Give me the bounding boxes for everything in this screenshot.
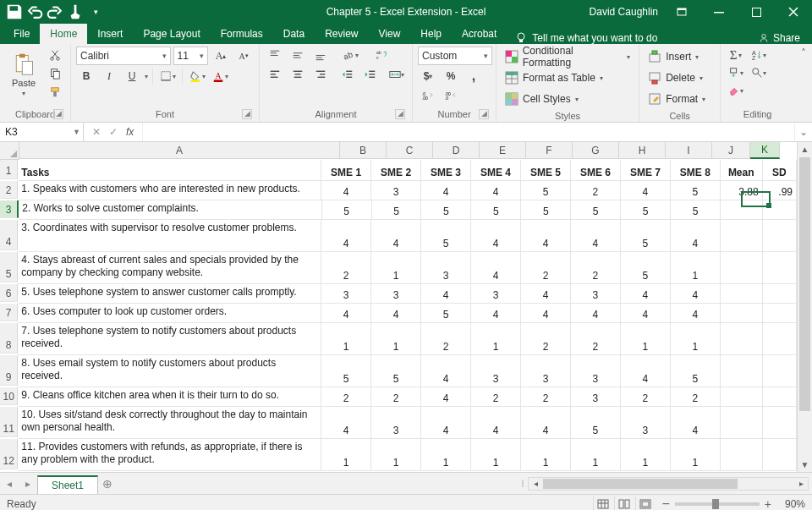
- normal-view-icon[interactable]: [593, 496, 612, 510]
- row-header[interactable]: 11: [0, 407, 18, 437]
- cell[interactable]: 4: [671, 304, 721, 323]
- close-icon[interactable]: [775, 0, 812, 24]
- cell[interactable]: [763, 200, 797, 220]
- column-header[interactable]: G: [573, 142, 619, 159]
- cut-icon[interactable]: [45, 47, 65, 63]
- align-right-icon[interactable]: [310, 66, 331, 83]
- column-header[interactable]: F: [526, 142, 573, 159]
- cell[interactable]: 2: [571, 252, 621, 284]
- align-bottom-icon[interactable]: [310, 47, 331, 63]
- redo-icon[interactable]: [46, 3, 64, 21]
- row-header[interactable]: 9: [0, 355, 18, 386]
- collapse-ribbon-icon[interactable]: ˄: [794, 44, 812, 122]
- column-header[interactable]: A: [19, 142, 340, 159]
- tab-formulas[interactable]: Formulas: [211, 24, 273, 44]
- cell[interactable]: 5: [372, 200, 422, 220]
- cell[interactable]: 1: [571, 439, 621, 471]
- cell[interactable]: 4: [521, 407, 571, 439]
- cell[interactable]: 2: [521, 252, 571, 284]
- cell[interactable]: 4: [671, 284, 721, 304]
- merge-center-icon[interactable]: ▾: [387, 66, 407, 83]
- sort-filter-icon[interactable]: AZ▾: [749, 47, 769, 63]
- maximize-icon[interactable]: [738, 0, 775, 24]
- cell[interactable]: 5: [671, 200, 721, 220]
- cell[interactable]: 2: [321, 387, 371, 407]
- sheet-tab[interactable]: Sheet1: [37, 475, 98, 494]
- tab-help[interactable]: Help: [410, 24, 452, 44]
- cell[interactable]: [763, 220, 797, 252]
- fill-color-icon[interactable]: ▾: [187, 68, 207, 85]
- decrease-indent-icon[interactable]: [337, 66, 358, 83]
- cell[interactable]: 10. Uses sit/stand desk correctly throug…: [18, 407, 321, 439]
- cell[interactable]: [721, 200, 763, 220]
- cell[interactable]: 1: [471, 439, 521, 471]
- cell[interactable]: SME 5: [521, 160, 571, 181]
- cell[interactable]: SD: [763, 160, 797, 181]
- cell[interactable]: 4: [521, 220, 571, 252]
- cell[interactable]: 4: [371, 220, 421, 252]
- format-as-table-button[interactable]: Format as Table▾: [502, 68, 634, 88]
- cell[interactable]: 2. Works to solve customer complaints.: [19, 200, 321, 220]
- cell[interactable]: 2: [321, 252, 371, 284]
- cell[interactable]: 1: [371, 323, 421, 355]
- cell[interactable]: 3. Coordinates with supervisor to resolv…: [18, 220, 321, 252]
- cell[interactable]: 2: [521, 387, 571, 407]
- cell[interactable]: 1. Speaks with customers who are interes…: [18, 181, 321, 200]
- cell[interactable]: 3: [471, 355, 521, 387]
- cell[interactable]: 2: [471, 387, 521, 407]
- cell[interactable]: 3.88: [721, 181, 763, 200]
- cell[interactable]: 1: [371, 252, 421, 284]
- cell[interactable]: 4: [671, 407, 721, 439]
- align-middle-icon[interactable]: [288, 47, 308, 63]
- tab-nav-next-icon[interactable]: ▸: [19, 478, 37, 490]
- decrease-decimal-icon[interactable]: .00.0: [441, 87, 461, 104]
- cell[interactable]: 7. Uses telephone system to notify custo…: [18, 323, 321, 355]
- cell-styles-button[interactable]: Cell Styles▾: [502, 89, 634, 109]
- cell[interactable]: [763, 284, 797, 304]
- borders-icon[interactable]: ▾: [157, 68, 178, 85]
- cell[interactable]: 2: [521, 323, 571, 355]
- vertical-scrollbar[interactable]: ▲ ▼: [797, 142, 812, 472]
- zoom-level[interactable]: 90%: [776, 498, 805, 510]
- cell[interactable]: 3: [571, 387, 621, 407]
- cell[interactable]: .99: [763, 181, 797, 200]
- row-header[interactable]: 12: [0, 439, 18, 469]
- dialog-launcher-icon[interactable]: ◢: [242, 109, 252, 119]
- qat-customize-icon[interactable]: ▾: [86, 3, 105, 21]
- dialog-launcher-icon[interactable]: ◢: [479, 109, 489, 119]
- cell[interactable]: 5: [471, 200, 521, 220]
- cell[interactable]: 5: [421, 304, 471, 323]
- cell[interactable]: [763, 387, 797, 407]
- cell[interactable]: 2: [571, 323, 621, 355]
- cell[interactable]: 5: [571, 407, 621, 439]
- hscroll-thumb[interactable]: [543, 479, 738, 489]
- column-header[interactable]: H: [619, 142, 666, 159]
- cell[interactable]: 1: [321, 439, 371, 471]
- autosum-icon[interactable]: Σ▾: [726, 47, 746, 63]
- row-header[interactable]: 8: [0, 323, 18, 354]
- cell[interactable]: SME 1: [321, 160, 371, 181]
- tab-view[interactable]: View: [369, 24, 411, 44]
- cell[interactable]: 5: [521, 200, 571, 220]
- delete-cells-button[interactable]: Delete▾: [645, 68, 715, 88]
- save-icon[interactable]: [5, 3, 24, 21]
- align-left-icon[interactable]: [265, 66, 285, 83]
- number-format-combo[interactable]: Custom▾: [418, 47, 492, 65]
- cell[interactable]: 4: [421, 181, 471, 200]
- cell[interactable]: 4: [571, 304, 621, 323]
- tab-acrobat[interactable]: Acrobat: [452, 24, 507, 44]
- column-headers[interactable]: ABCDEFGHIJK: [19, 142, 780, 159]
- cell[interactable]: 1: [621, 439, 671, 471]
- increase-decimal-icon[interactable]: .0.00: [418, 87, 438, 104]
- cell[interactable]: 1: [521, 439, 571, 471]
- cell[interactable]: 4: [471, 407, 521, 439]
- conditional-formatting-button[interactable]: Conditional Formatting▾: [502, 47, 634, 67]
- cell[interactable]: 4: [421, 407, 471, 439]
- cell[interactable]: 5: [321, 355, 371, 387]
- percent-format-icon[interactable]: %: [441, 68, 461, 85]
- cell[interactable]: Tasks: [18, 160, 321, 181]
- name-box[interactable]: K3▼: [0, 123, 84, 141]
- cell[interactable]: 1: [671, 439, 721, 471]
- cell[interactable]: [721, 220, 763, 252]
- find-select-icon[interactable]: ▾: [749, 64, 769, 81]
